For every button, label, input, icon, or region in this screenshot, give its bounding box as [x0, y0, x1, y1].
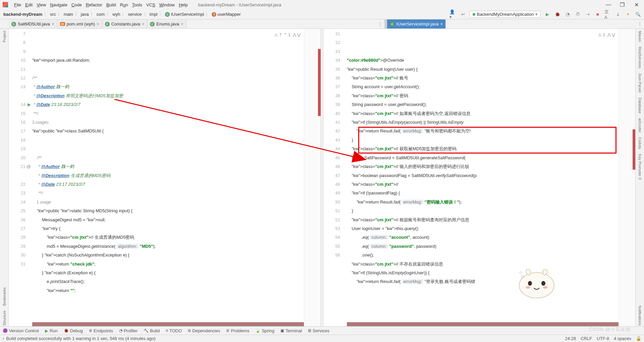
- editor-tabs: CSaltMD5Util.java× mpom.xml (wyh)× CCons…: [0, 19, 644, 29]
- menu-file[interactable]: File: [12, 2, 23, 7]
- code-area[interactable]: ⚠ 7 ⌃ 1 ⋀ ⋁ "kw">import java.util.Random…: [32, 29, 304, 326]
- tool-bookmarks[interactable]: Bookmarks: [2, 287, 6, 306]
- tool-database[interactable]: Database: [638, 97, 642, 114]
- menu-refactor[interactable]: Refactor: [84, 2, 104, 7]
- tool-dependencies[interactable]: ⧉ Dependencies: [188, 328, 220, 333]
- attach-icon[interactable]: ⇢: [584, 11, 591, 18]
- horizontal-scrollbar[interactable]: [32, 322, 304, 326]
- window-title: backend-myDream - IUserServiceImpl.java: [198, 2, 281, 7]
- menu-vcs[interactable]: VCS: [144, 2, 157, 7]
- horizontal-scrollbar[interactable]: [347, 322, 619, 326]
- line-separator[interactable]: CRLF: [581, 336, 592, 341]
- ai-icon[interactable]: ✦: [625, 11, 631, 18]
- tab-menu-icon[interactable]: ⋮: [636, 19, 644, 28]
- close-icon[interactable]: ×: [181, 21, 183, 26]
- tool-codota[interactable]: Codota: [638, 136, 642, 150]
- tool-structure[interactable]: Structure: [2, 310, 6, 326]
- caret-position[interactable]: 24:28: [565, 336, 576, 341]
- translate-icon[interactable]: 文A: [604, 11, 611, 18]
- user-icon[interactable]: 👤▾: [449, 11, 456, 18]
- tool-services[interactable]: ⊞ Services: [308, 328, 329, 333]
- crumb-field[interactable]: fuserMapper: [211, 12, 241, 17]
- menu-help[interactable]: Help: [177, 2, 190, 7]
- tool-spring[interactable]: 🍃 Spring: [255, 328, 274, 333]
- menu-tools[interactable]: Tools: [130, 2, 144, 7]
- menu-code[interactable]: Code: [69, 2, 84, 7]
- crumb-class[interactable]: CIUserServiceImpl: [164, 12, 205, 17]
- menu-edit[interactable]: Edit: [23, 2, 35, 7]
- crumb[interactable]: java: [80, 12, 90, 17]
- tool-project[interactable]: Project: [2, 30, 6, 43]
- tab-saltmd5util[interactable]: CSaltMD5Util.java×: [9, 19, 57, 28]
- editor-pane-right[interactable]: 3132333435363738394041424344454647484950…: [323, 29, 635, 326]
- editor-pane-left[interactable]: 78910111213 14▶15161718192021@ 222324252…: [9, 29, 321, 326]
- inspection-widget[interactable]: ⚠ 1 ⋀ ⋁: [597, 30, 616, 40]
- tool-terminal[interactable]: ▣ Terminal: [280, 328, 302, 333]
- tool-notifications[interactable]: Notifications: [638, 305, 642, 326]
- crumb[interactable]: service: [127, 12, 142, 17]
- git-update-icon[interactable]: ⤓: [614, 11, 621, 18]
- status-icon[interactable]: ▫: [3, 336, 4, 341]
- gutter: 78910111213 14▶15161718192021@ 222324252…: [9, 29, 32, 326]
- run-config-label: BackendMyDreamApplication: [477, 12, 534, 17]
- tab-iuserserviceimpl[interactable]: CIUserServiceImpl.java×: [387, 19, 446, 28]
- tab-menu-icon[interactable]: ⋮: [376, 19, 384, 28]
- minimap[interactable]: [304, 29, 321, 326]
- tab-pom[interactable]: mpom.xml (wyh)×: [57, 19, 102, 28]
- tool-build[interactable]: 🔨 Build: [144, 328, 160, 333]
- close-icon[interactable]: ×: [97, 21, 99, 26]
- titlebar: File Edit View Navigate Code Refactor Bu…: [0, 0, 644, 9]
- tool-profiler[interactable]: ◔ Profiler: [119, 328, 138, 333]
- debug-icon[interactable]: 🐞: [554, 11, 561, 18]
- file-encoding[interactable]: UTF-8: [597, 336, 609, 341]
- coverage-icon[interactable]: ◔: [564, 11, 571, 18]
- minimap[interactable]: [619, 29, 635, 326]
- menu-view[interactable]: View: [35, 2, 48, 7]
- status-bar: ▫ Build completed successfully with 1 wa…: [0, 335, 644, 342]
- crumb[interactable]: main: [63, 12, 74, 17]
- close-icon[interactable]: ×: [142, 21, 145, 26]
- window-close-icon[interactable]: ✕: [634, 2, 639, 8]
- search-icon[interactable]: 🔍: [635, 11, 641, 18]
- crumb[interactable]: com: [96, 12, 106, 17]
- tool-maven[interactable]: Maven: [638, 30, 642, 43]
- tool-restservices[interactable]: RestServices: [638, 46, 642, 69]
- tool-problems[interactable]: ⊘ Problems: [226, 328, 249, 333]
- editor-splitter[interactable]: [321, 29, 323, 326]
- left-tool-strip: Project Bookmarks Structure: [0, 29, 9, 326]
- right-tool-strip: Maven RestServices Json Parser Database …: [635, 29, 644, 326]
- indent[interactable]: 4 spaces: [614, 336, 631, 341]
- navigation-bar: backend-myDream〉 src〉 main〉 java〉 com〉 w…: [0, 9, 644, 19]
- back-icon[interactable]: ↩: [460, 11, 466, 18]
- status-message: Build completed successfully with 1 warn…: [6, 336, 156, 341]
- close-icon[interactable]: ×: [52, 21, 54, 26]
- menu-window[interactable]: Window: [157, 2, 177, 7]
- inspection-widget[interactable]: ⚠ 7 ⌃ 1 ⋀ ⋁: [273, 30, 302, 40]
- tool-vcs[interactable]: 🟣 Version Control: [3, 328, 39, 333]
- tool-jsonparser[interactable]: Json Parser: [638, 72, 642, 94]
- crumb[interactable]: impl: [149, 12, 158, 17]
- run-configuration-selector[interactable]: BackendMyDreamApplication ▾: [470, 11, 541, 18]
- tool-todo[interactable]: ≡ TODO: [166, 328, 182, 333]
- tool-debug[interactable]: 🐞 Debug: [64, 328, 83, 333]
- tab-constants[interactable]: CConstants.java×: [102, 19, 148, 28]
- stop-icon[interactable]: ■: [594, 11, 601, 18]
- menu-navigate[interactable]: Navigate: [48, 2, 69, 7]
- readonly-icon[interactable]: 🔓: [636, 336, 641, 341]
- close-icon[interactable]: ×: [440, 21, 443, 26]
- tool-endpoints[interactable]: ⊚ Endpoints: [89, 328, 113, 333]
- tab-enums[interactable]: CEnums.java×: [147, 19, 186, 28]
- profiler-icon[interactable]: ⏱: [574, 11, 581, 18]
- tool-run[interactable]: ▶ Run: [45, 328, 58, 333]
- code-area[interactable]: ⚠ 1 ⋀ ⋁ "color:#9e880d">@Override"kw">pu…: [347, 29, 619, 326]
- crumb[interactable]: wyh: [112, 12, 121, 17]
- window-minimize-icon[interactable]: —: [606, 2, 610, 8]
- menu-run[interactable]: Run: [118, 2, 130, 7]
- run-icon[interactable]: ▶: [544, 11, 551, 18]
- crumb[interactable]: backend-myDream: [3, 12, 43, 17]
- menu-build[interactable]: Build: [104, 2, 118, 7]
- window-maximize-icon[interactable]: ❐: [620, 2, 625, 8]
- tool-keypromoter[interactable]: Key Promoter X: [638, 153, 642, 181]
- crumb[interactable]: src: [49, 12, 56, 17]
- tool-aixcoder[interactable]: aiXcoder: [638, 117, 642, 133]
